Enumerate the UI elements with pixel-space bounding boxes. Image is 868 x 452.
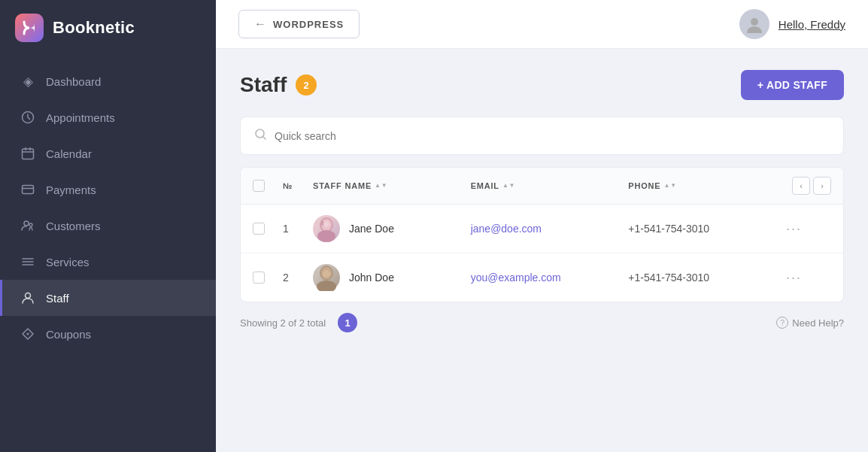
wordpress-button-label: WORDPRESS xyxy=(273,19,344,30)
row-1-avatar xyxy=(313,215,340,242)
row-1-email: jane@doe.com xyxy=(471,223,629,235)
main-nav: ◈ Dashboard Appointments Calendar xyxy=(0,56,216,452)
services-icon xyxy=(20,254,35,269)
table-nav-arrows: ‹ › xyxy=(786,177,831,195)
email-sort-icon: ▲▼ xyxy=(502,183,515,189)
help-text: Need Help? xyxy=(792,317,844,329)
table-row: 2 John Doe you@example.com +1-541-754-30… xyxy=(241,253,843,302)
select-all-checkbox[interactable] xyxy=(253,180,265,192)
payments-icon xyxy=(20,182,35,197)
coupons-icon xyxy=(20,326,35,341)
wordpress-button[interactable]: ← WORDPRESS xyxy=(238,10,360,38)
app-name: Booknetic xyxy=(53,18,135,38)
sidebar-label-payments: Payments xyxy=(46,184,96,196)
row-1-phone: +1-541-754-3010 xyxy=(628,223,786,235)
dashboard-icon: ◈ xyxy=(20,74,35,89)
row-2-num: 2 xyxy=(283,272,313,284)
staff-icon xyxy=(20,290,35,305)
search-input[interactable] xyxy=(275,130,830,142)
sidebar-item-coupons[interactable]: Coupons xyxy=(0,316,216,352)
svg-point-13 xyxy=(317,230,335,242)
staff-count-badge: 2 xyxy=(296,74,317,96)
row-2-avatar xyxy=(313,264,340,291)
svg-point-3 xyxy=(24,221,29,226)
title-area: Staff 2 xyxy=(240,73,317,97)
top-header: ← WORDPRESS Hello, Freddy xyxy=(216,0,868,49)
sidebar-label-services: Services xyxy=(46,256,90,268)
page-1-btn[interactable]: 1 xyxy=(338,313,357,332)
table-header: № STAFF NAME ▲▼ EMAIL ▲▼ PHONE ▲▼ ‹ › xyxy=(241,168,843,205)
logo-icon xyxy=(15,14,44,42)
col-num: № xyxy=(283,181,313,190)
sidebar-label-dashboard: Dashboard xyxy=(46,75,101,88)
sidebar-label-appointments: Appointments xyxy=(46,111,115,124)
calendar-icon xyxy=(20,146,35,161)
col-name[interactable]: STAFF NAME ▲▼ xyxy=(313,181,471,190)
page-title: Staff xyxy=(240,73,287,97)
back-arrow-icon: ← xyxy=(254,17,267,31)
row-2-actions[interactable]: ··· xyxy=(786,270,831,286)
showing-text: Showing 2 of 2 total xyxy=(240,317,326,329)
sidebar-item-services[interactable]: Services xyxy=(0,244,216,280)
row-2-email: you@example.com xyxy=(471,272,629,284)
sidebar-item-appointments[interactable]: Appointments xyxy=(0,99,216,135)
page-header: Staff 2 + ADD STAFF xyxy=(240,70,844,100)
logo-area: Booknetic xyxy=(0,0,216,56)
svg-point-12 xyxy=(323,221,329,227)
sidebar-item-calendar[interactable]: Calendar xyxy=(0,135,216,171)
svg-point-16 xyxy=(323,270,330,278)
svg-point-7 xyxy=(751,18,758,26)
svg-point-6 xyxy=(27,333,29,335)
col-email[interactable]: EMAIL ▲▼ xyxy=(471,181,629,190)
row-1-staff-info: Jane Doe xyxy=(313,215,471,242)
row-2-checkbox[interactable] xyxy=(253,272,265,284)
row-1-name: Jane Doe xyxy=(349,223,394,235)
avatar xyxy=(739,9,769,39)
row-2-name: John Doe xyxy=(349,272,394,284)
row-2-staff-info: John Doe xyxy=(313,264,471,291)
name-sort-icon: ▲▼ xyxy=(375,183,387,189)
table-row: 1 Jane Doe jane@doe.com +1-541-75 xyxy=(241,205,843,253)
row-1-actions[interactable]: ··· xyxy=(786,221,831,237)
table-footer: Showing 2 of 2 total 1 ? Need Help? xyxy=(240,302,844,332)
col-phone[interactable]: PHONE ▲▼ xyxy=(628,181,786,190)
sidebar-label-coupons: Coupons xyxy=(46,328,91,341)
row-1-num: 1 xyxy=(283,223,313,235)
help-link[interactable]: ? Need Help? xyxy=(776,317,844,329)
user-area[interactable]: Hello, Freddy xyxy=(739,9,845,39)
sidebar-item-customers[interactable]: Customers xyxy=(0,208,216,244)
customers-icon xyxy=(20,218,35,233)
page-content: Staff 2 + ADD STAFF № xyxy=(216,49,868,452)
row-1-checkbox[interactable] xyxy=(253,223,265,235)
search-icon xyxy=(254,128,267,144)
svg-point-4 xyxy=(29,223,32,226)
sidebar-item-staff[interactable]: Staff xyxy=(0,280,216,316)
help-icon: ? xyxy=(776,317,788,329)
search-bar xyxy=(240,117,844,155)
sidebar-item-dashboard[interactable]: ◈ Dashboard xyxy=(0,63,216,99)
svg-point-17 xyxy=(317,281,336,291)
phone-sort-icon: ▲▼ xyxy=(663,183,676,189)
sidebar-label-customers: Customers xyxy=(46,220,101,232)
svg-rect-1 xyxy=(23,149,34,159)
add-staff-button[interactable]: + ADD STAFF xyxy=(741,70,844,100)
sidebar-item-payments[interactable]: Payments xyxy=(0,171,216,208)
user-greeting: Hello, Freddy xyxy=(778,18,845,31)
sidebar-label-staff: Staff xyxy=(46,292,69,305)
prev-page-btn[interactable]: ‹ xyxy=(792,177,810,195)
sidebar-label-calendar: Calendar xyxy=(46,147,92,160)
row-2-phone: +1-541-754-3010 xyxy=(628,272,786,284)
sidebar: Booknetic ◈ Dashboard Appointments xyxy=(0,0,216,452)
next-page-btn[interactable]: › xyxy=(813,177,831,195)
svg-rect-2 xyxy=(23,186,34,194)
svg-point-5 xyxy=(26,293,31,299)
staff-table: № STAFF NAME ▲▼ EMAIL ▲▼ PHONE ▲▼ ‹ › xyxy=(240,167,844,302)
appointments-icon xyxy=(20,110,35,125)
main-area: ← WORDPRESS Hello, Freddy Staff 2 + ADD … xyxy=(216,0,868,452)
